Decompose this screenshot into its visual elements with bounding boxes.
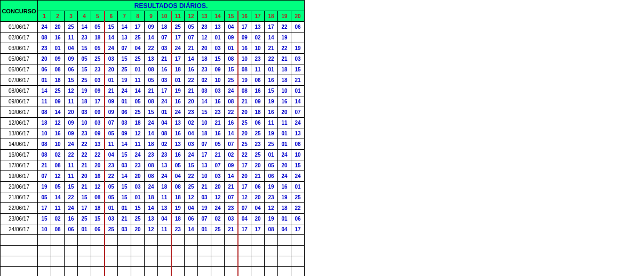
result-col-7: 7: [118, 11, 131, 22]
result-cell: 04: [185, 128, 198, 139]
result-cell: 07: [225, 192, 238, 203]
result-cell: 20: [38, 54, 51, 64]
result-cell: 22: [65, 192, 78, 203]
result-cell: 01: [118, 96, 131, 107]
result-cell: 18: [278, 203, 291, 214]
result-cell: 05: [265, 160, 278, 171]
result-cell: 09: [51, 54, 65, 64]
result-cell: 03: [105, 214, 118, 224]
result-cell: 08: [145, 96, 158, 107]
result-col-14: 14: [211, 11, 225, 22]
result-col-11: 11: [171, 11, 185, 22]
result-cell: 24: [185, 150, 198, 160]
result-cell: 15: [198, 107, 211, 118]
result-cell: 17: [171, 54, 185, 64]
date-cell: 22/06/17: [1, 203, 38, 214]
result-col-5: 5: [91, 11, 105, 22]
result-cell: 25: [91, 54, 105, 64]
result-cell: 23: [105, 160, 118, 171]
result-cell: 09: [225, 160, 238, 171]
result-cell: 20: [238, 171, 251, 182]
result-cell: 25: [118, 64, 131, 75]
result-cell: 25: [131, 107, 145, 118]
result-cell: 18: [38, 118, 51, 128]
result-cell: 25: [185, 182, 198, 192]
result-col-20: 20: [291, 11, 305, 22]
result-cell: 14: [78, 22, 91, 33]
result-cell: 15: [185, 160, 198, 171]
result-cell: 22: [278, 22, 291, 33]
result-cell: 15: [291, 160, 305, 171]
result-cell: 08: [38, 139, 51, 150]
result-cell: 01: [291, 86, 305, 96]
results-table: CONCURSORESULTADOS DIÁRIOS.1234567891011…: [0, 0, 305, 276]
result-cell: 09: [91, 107, 105, 118]
result-cell: 21: [238, 96, 251, 107]
result-cell: 02: [251, 33, 265, 43]
result-cell: 07: [225, 139, 238, 150]
date-cell: 17/06/17: [1, 160, 38, 171]
result-cell: 24: [145, 182, 158, 192]
result-col-6: 6: [105, 11, 118, 22]
result-cell: 15: [91, 214, 105, 224]
result-cell: 24: [278, 171, 291, 182]
result-cell: 07: [105, 118, 118, 128]
result-cell: 01: [38, 75, 51, 86]
result-cell: 09: [225, 33, 238, 43]
result-cell: 09: [238, 33, 251, 43]
result-cell: 15: [105, 22, 118, 33]
result-cell: 20: [198, 43, 211, 54]
result-cell: 09: [118, 128, 131, 139]
result-cell: 02: [198, 75, 211, 86]
result-cell: 15: [118, 182, 131, 192]
result-cell: 05: [131, 96, 145, 107]
result-cell: 21: [251, 171, 265, 182]
result-cell: 11: [158, 192, 171, 203]
result-cell: 10: [38, 224, 51, 235]
result-cell: 25: [131, 214, 145, 224]
result-cell: 18: [171, 192, 185, 203]
result-cell: 25: [78, 214, 91, 224]
result-cell: 14: [145, 203, 158, 214]
result-cell: 19: [278, 192, 291, 203]
result-cell: 20: [251, 160, 265, 171]
result-cell: 07: [198, 139, 211, 150]
result-cell: 20: [91, 160, 105, 171]
result-cell: 15: [131, 203, 145, 214]
result-cell: 21: [145, 86, 158, 96]
result-col-13: 13: [198, 11, 211, 22]
result-cell: 24: [105, 43, 118, 54]
result-cell: 23: [251, 139, 265, 150]
result-cell: 25: [131, 33, 145, 43]
result-cell: 11: [131, 139, 145, 150]
result-cell: 24: [145, 118, 158, 128]
result-cell: 16: [158, 64, 171, 75]
result-cell: 25: [78, 75, 91, 86]
date-cell: 14/06/17: [1, 139, 38, 150]
result-cell: 24: [211, 203, 225, 214]
result-cell: 10: [38, 128, 51, 139]
result-cell: 24: [38, 22, 51, 33]
result-cell: 10: [291, 150, 305, 160]
result-cell: 06: [251, 75, 265, 86]
date-cell: 06/06/17: [1, 64, 38, 75]
result-cell: 09: [65, 128, 78, 139]
result-cell: 24: [158, 96, 171, 107]
result-cell: 03: [91, 75, 105, 86]
result-cell: 24: [278, 150, 291, 160]
result-cell: 06: [291, 214, 305, 224]
result-cell: 06: [185, 214, 198, 224]
result-cell: 04: [171, 171, 185, 182]
result-col-16: 16: [238, 11, 251, 22]
result-cell: 03: [185, 139, 198, 150]
result-cell: 17: [91, 96, 105, 107]
result-cell: 13: [118, 33, 131, 43]
result-cell: 18: [145, 139, 158, 150]
result-cell: 05: [91, 43, 105, 54]
date-cell: 21/06/17: [1, 192, 38, 203]
result-cell: 20: [251, 192, 265, 203]
result-cell: 15: [211, 54, 225, 64]
result-cell: 21: [118, 214, 131, 224]
result-cell: 02: [185, 118, 198, 128]
date-cell: 20/06/17: [1, 182, 38, 192]
